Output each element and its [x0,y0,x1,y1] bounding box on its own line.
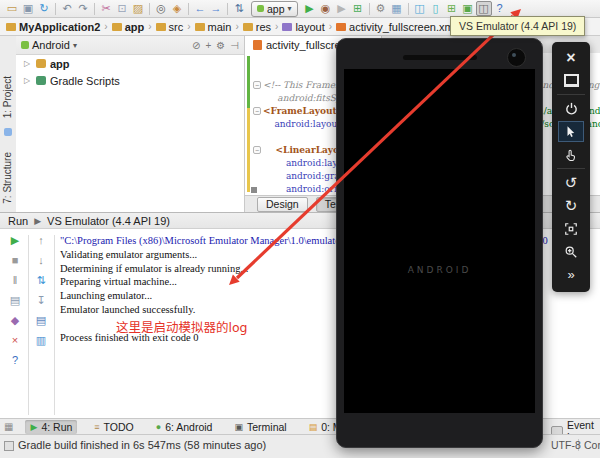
minimize-icon[interactable] [558,70,584,91]
breadcrumb-item[interactable]: layout [282,21,324,33]
breadcrumb-separator: › [275,21,278,32]
close-tab-icon[interactable]: × [12,335,18,346]
help-icon[interactable]: ? [12,355,18,366]
sidebar-item--structure[interactable]: 7: Structure [2,152,13,204]
avd-manager-icon[interactable]: ▣ [460,1,476,16]
module-folder-icon [112,23,122,31]
paste-icon[interactable]: ▨ [130,1,146,16]
tree-item-app[interactable]: ▷app [16,55,244,72]
close-icon[interactable]: × [558,47,584,68]
project-structure-icon[interactable]: ▦ [389,1,405,16]
debug-icon[interactable]: ◉ [318,1,334,16]
toolbar-separator [55,3,56,15]
breadcrumb-separator: › [104,21,107,32]
toolwindow-tab--run[interactable]: ▶4: Run [25,420,77,434]
run-tab-icon: ▶ [34,216,41,226]
toolwindow-tab-todo[interactable]: ≡TODO [89,420,138,434]
copy-icon[interactable]: ⊡ [114,1,130,16]
encoding-widget[interactable]: UTF-8 [551,439,581,451]
rotate-left-icon[interactable]: ↺ [558,172,584,193]
tab-design[interactable]: Design [257,197,308,212]
breadcrumb-item[interactable]: MyApplication2 [6,21,100,33]
rotate-right-icon[interactable]: ↻ [558,195,584,216]
annotation-text: 这里是启动模拟器的log [116,317,248,336]
breadcrumb-item[interactable]: activity_fullscreen.xml [336,21,456,33]
collapse-all-icon[interactable]: ⊘ [192,40,200,51]
android-studio-window: ▭▣↻↶↷✂⊡▨◎◈←→⇅app▾▶◉▶⊞⚙▦◫▯⊞▣◫? MyApplicat… [0,0,600,458]
find-usages-icon[interactable]: ◈ [169,1,185,16]
settings-gear-icon[interactable]: ⚙ [216,40,225,51]
run-tab-label[interactable]: VS Emulator (4.4 API 19) [47,215,170,227]
fit-screen-icon[interactable] [558,218,584,239]
toolwindow-tab-terminal[interactable]: ▣Terminal [229,420,291,434]
device-monitor-icon[interactable]: ▯ [428,1,444,16]
rerun-icon[interactable]: ▶ [11,235,19,246]
chevron-right-icon[interactable]: ▷ [24,59,32,68]
power-icon[interactable] [558,98,584,119]
back-icon[interactable]: ← [192,1,208,16]
save-all-icon[interactable]: ▣ [20,1,36,16]
xml-file-icon [253,40,262,50]
toolbar-separator [149,3,150,15]
print-icon[interactable]: ▤ [36,315,46,326]
sidebar-item--project[interactable]: 1: Project [2,76,13,118]
forward-icon[interactable]: → [208,1,224,16]
context-widget[interactable]: Context [584,439,600,451]
fold-marker[interactable]: − [253,107,261,115]
find-icon[interactable]: ◎ [153,1,169,16]
clear-all-icon[interactable]: ▥ [36,335,46,346]
attach-debugger-icon[interactable]: ⊞ [350,1,366,16]
open-project-icon[interactable]: ▭ [4,1,20,16]
cut-icon[interactable]: ✂ [98,1,114,16]
sdk-manager-icon[interactable]: ⊞ [444,1,460,16]
fold-marker[interactable]: − [253,81,261,89]
breadcrumb-label: res [256,21,271,33]
show-console-icon[interactable]: ▤ [10,295,20,306]
pin-tab-icon[interactable]: ◆ [11,315,19,326]
more-icon[interactable]: » [558,264,584,285]
undo-icon[interactable]: ↶ [59,1,75,16]
run-config-select[interactable]: app▾ [251,1,298,17]
touch-icon[interactable] [558,144,584,165]
project-panel-header: Android ▾ ⊘+⚙⊣ [16,36,244,55]
toolwindow-tab-label: 4: Run [41,421,72,433]
toolwindow-tab--android[interactable]: ●6: Android [151,420,218,434]
stop-icon[interactable]: ■ [12,255,19,266]
layout-folder-icon [282,23,292,31]
scroll-to-end-icon[interactable]: ↧ [36,295,45,306]
hide-panel-icon[interactable]: ⊣ [230,40,239,51]
chevron-right-icon[interactable]: ▷ [24,76,32,85]
emulator-manager-icon[interactable]: ◫ [476,1,492,16]
zoom-icon[interactable] [558,241,584,262]
ddms-icon[interactable]: ◫ [412,1,428,16]
expand-all-icon[interactable]: + [205,40,211,51]
coverage-icon[interactable]: ▶ [334,1,350,16]
folder-icon [156,23,166,31]
android-view-icon [21,41,29,49]
folder-icon [36,76,46,85]
breadcrumb-item[interactable]: main [195,21,232,33]
down-stack-trace-icon[interactable]: ↓ [38,255,44,266]
pause-output-icon[interactable]: ‖ [13,275,18,286]
settings-icon[interactable]: ⚙ [373,1,389,16]
project-view-selector[interactable]: Android [32,39,70,51]
cursor-icon[interactable] [558,121,584,142]
breadcrumb-item[interactable]: src [156,21,184,33]
breadcrumb-item[interactable]: res [243,21,271,33]
breadcrumb-separator: › [329,21,332,32]
up-stack-trace-icon[interactable]: ↑ [38,235,44,246]
redo-icon[interactable]: ↷ [75,1,91,16]
chevron-down-icon[interactable]: ▾ [73,41,77,50]
run-icon[interactable]: ▶ [302,1,318,16]
breadcrumb-item[interactable]: app [112,21,145,33]
help-icon[interactable]: ? [492,1,508,16]
toolwindow-switcher-icon[interactable]: ▦ [4,421,13,432]
emulator-screen[interactable]: ANDROID [344,69,535,413]
fold-marker[interactable]: − [253,146,261,154]
group-by-icon[interactable]: ⇅ [231,1,247,16]
tree-item-gradle-scripts[interactable]: ▷Gradle Scripts [16,72,244,89]
toolwindow-tab-label: Terminal [247,421,287,433]
toolbar-separator [408,3,409,15]
sync-icon[interactable]: ↻ [36,1,52,16]
soft-wrap-icon[interactable]: ⇅ [36,275,45,286]
